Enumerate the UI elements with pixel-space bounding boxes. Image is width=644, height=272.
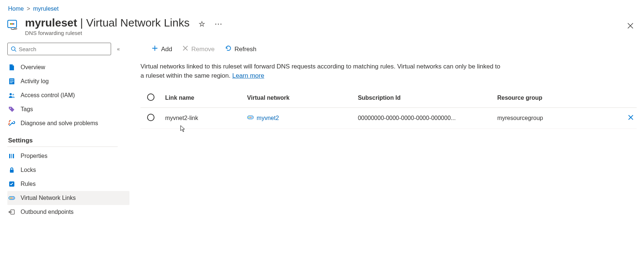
resource-icon [7,19,20,32]
sidebar-item-label: Tags [21,106,33,113]
sidebar-item-label: Rules [21,181,36,187]
description-text: Virtual networks linked to this ruleset … [140,62,501,80]
svg-rect-9 [10,81,14,82]
row-select-radio[interactable] [147,114,154,121]
page-subtitle: DNS forwarding ruleset [25,30,223,36]
sidebar-item-label: Overview [21,64,45,71]
svg-point-11 [10,93,12,95]
col-header-resource-group[interactable]: Resource group [497,88,612,108]
tag-icon [8,106,15,112]
svg-rect-10 [10,82,13,83]
search-input[interactable] [19,46,108,52]
svg-line-6 [15,50,16,52]
plus-icon [152,45,158,53]
refresh-button[interactable]: Refresh [225,45,257,53]
svg-rect-8 [10,80,14,80]
breadcrumb-home[interactable]: Home [8,6,24,12]
svg-rect-14 [9,154,10,158]
remove-button-label: Remove [191,46,214,53]
cell-resource-group: myresourcegroup [497,108,612,129]
properties-icon [8,153,15,159]
svg-point-5 [11,47,15,50]
sidebar-item-label: Properties [21,153,47,159]
page-title-name: myruleset [25,17,77,29]
sidebar-item-rules[interactable]: Rules [7,177,129,191]
svg-point-12 [13,94,14,96]
vnet-icon [247,115,254,121]
select-all-radio[interactable] [147,93,154,101]
svg-point-22 [13,198,14,199]
svg-point-2 [11,23,13,25]
table-row[interactable]: myvnet2-link myvnet2 00000000-0000-0000-… [140,108,637,129]
svg-point-13 [10,108,11,109]
svg-point-4 [14,28,17,30]
sidebar-item-properties[interactable]: Properties [7,149,129,163]
search-icon [11,46,17,52]
breadcrumb: Home > myruleset [8,6,637,12]
more-menu-icon[interactable]: ··· [215,21,223,28]
cell-vnet-link[interactable]: myvnet2 [257,115,279,121]
row-delete-button[interactable] [612,108,637,129]
collapse-sidebar-icon[interactable]: « [117,46,120,52]
sidebar-item-outbound-endpoints[interactable]: Outbound endpoints [7,205,129,219]
sidebar-item-label: Diagnose and solve problems [21,120,98,127]
wrench-icon [8,120,15,127]
refresh-button-label: Refresh [235,46,257,53]
sidebar-item-vnet-links[interactable]: Virtual Network Links [7,191,129,205]
select-all-header [140,88,165,108]
log-icon [8,78,15,85]
sidebar-item-diagnose[interactable]: Diagnose and solve problems [7,116,129,130]
favorite-star-icon[interactable]: ☆ [199,20,205,28]
sidebar-item-overview[interactable]: Overview [7,60,129,74]
svg-rect-16 [13,154,14,158]
description-body: Virtual networks linked to this ruleset … [140,63,500,79]
col-header-subscription[interactable]: Subscription Id [358,88,497,108]
sidebar-item-label: Virtual Network Links [21,195,76,201]
people-icon [8,92,15,98]
col-header-link-name[interactable]: Link name [165,88,247,108]
col-header-vnet[interactable]: Virtual network [247,88,358,108]
sidebar-item-label: Locks [21,167,36,173]
sidebar-item-activity-log[interactable]: Activity log [7,74,129,88]
svg-rect-17 [10,170,14,173]
add-button[interactable]: Add [152,45,172,53]
sidebar-item-label: Access control (IAM) [21,92,75,99]
cell-subscription-id: 00000000-0000-0000-0000-000000... [358,108,497,129]
sidebar-section-settings: Settings [8,137,129,144]
vnet-links-icon [8,195,15,201]
links-table: Link name Virtual network Subscription I… [140,88,637,129]
cell-link-name: myvnet2-link [165,108,247,129]
sidebar-search[interactable] [7,43,111,55]
page-title-sep: | [77,17,86,29]
sidebar-item-label: Outbound endpoints [21,209,74,215]
page-title-section: Virtual Network Links [86,17,189,29]
sidebar-item-locks[interactable]: Locks [7,163,129,177]
svg-point-25 [249,117,250,118]
document-icon [8,64,15,71]
rules-icon [8,181,15,187]
sidebar-divider [7,146,118,147]
learn-more-link[interactable]: Learn more [232,72,264,79]
svg-point-1 [10,23,11,25]
sidebar-item-tags[interactable]: Tags [7,102,129,116]
svg-point-21 [11,198,13,199]
svg-rect-15 [11,154,12,158]
add-button-label: Add [161,46,172,53]
sidebar-item-access-control[interactable]: Access control (IAM) [7,88,129,102]
lock-icon [8,167,15,173]
refresh-icon [225,45,232,53]
svg-point-20 [10,198,11,199]
outbound-icon [8,209,15,215]
x-icon [182,45,188,53]
svg-point-26 [250,117,251,118]
remove-button: Remove [182,45,214,53]
svg-point-3 [13,23,14,25]
breadcrumb-item[interactable]: myruleset [33,6,58,12]
breadcrumb-separator: > [27,6,30,12]
svg-point-27 [252,117,253,118]
page-title: myruleset | Virtual Network Links ☆ ··· [25,17,223,29]
close-blade-button[interactable] [624,20,637,33]
sidebar-item-label: Activity log [21,78,49,85]
